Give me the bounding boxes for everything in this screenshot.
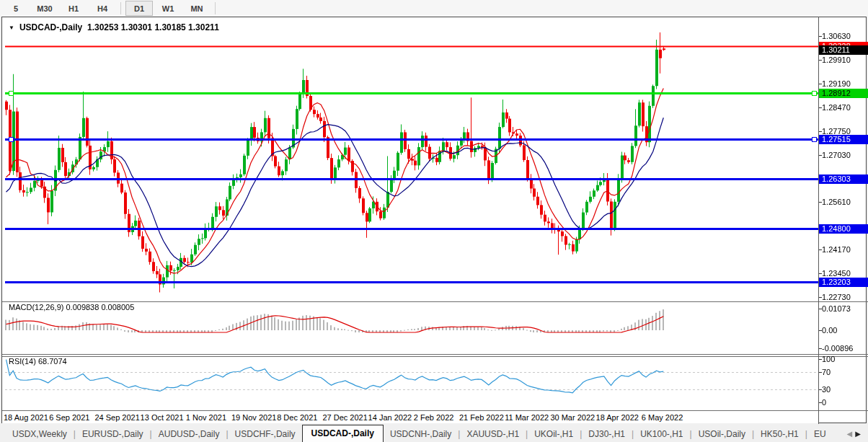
trading-terminal: 5M30H1H4D1W1MN ▼USDCAD-,Daily 1.30253 1.… bbox=[0, 0, 868, 442]
price-tick-label: 1.29190 bbox=[822, 79, 851, 88]
rsi-tick-mark bbox=[819, 389, 822, 390]
toolbar-separator bbox=[215, 2, 216, 14]
panel-separator-line bbox=[2, 356, 868, 357]
date-axis-label: 13 Oct 2021 bbox=[141, 413, 184, 422]
tab-usoil-daily[interactable]: USOil-,Daily bbox=[692, 427, 752, 442]
date-axis-label: 21 Feb 2022 bbox=[459, 413, 504, 422]
macd-axis-label: 0.00 bbox=[822, 326, 837, 335]
tab-audusd-daily[interactable]: AUDUSD-,Daily bbox=[152, 427, 226, 442]
date-axis-label: 27 Dec 2021 bbox=[322, 413, 367, 422]
date-axis-label: 11 Mar 2022 bbox=[505, 413, 549, 422]
macd-indicator-label: MACD(12,26,9) 0.009838 0.008005 bbox=[9, 303, 134, 311]
price-tick-label: 1.29910 bbox=[822, 56, 851, 64]
timeframe-button-m30[interactable]: M30 bbox=[31, 1, 58, 16]
date-axis-label: 30 Mar 2022 bbox=[550, 413, 595, 422]
chart-title: ▼USDCAD-,Daily 1.30253 1.30301 1.30185 1… bbox=[9, 22, 219, 32]
chart-dropdown-icon[interactable]: ▼ bbox=[9, 25, 14, 31]
macd-axis-label: 0.01073 bbox=[822, 304, 851, 313]
chart-symbol-label: USDCAD-,Daily bbox=[19, 22, 82, 32]
macd-tick-mark bbox=[819, 309, 822, 309]
chart-ohlc-values: 1.30253 1.30301 1.30185 1.30211 bbox=[87, 22, 219, 32]
price-tick-label: 1.28470 bbox=[822, 103, 851, 112]
timeframe-button-5[interactable]: 5 bbox=[2, 1, 30, 16]
rsi-tick-mark bbox=[819, 359, 822, 360]
price-tick-label: 1.22730 bbox=[822, 293, 851, 301]
rsi-tick-mark bbox=[819, 372, 822, 373]
date-axis-label: 6 Sep 2021 bbox=[49, 413, 89, 422]
tab-eurusd-daily[interactable]: EURUSD-,Daily bbox=[76, 427, 150, 442]
price-level-badge: 1.28912 bbox=[819, 89, 868, 98]
rsi-indicator-label: RSI(14) 68.7074 bbox=[9, 357, 67, 366]
tab-scroll-buttons: ◀▶ bbox=[847, 430, 864, 438]
date-axis-label: 24 Sep 2021 bbox=[94, 413, 139, 422]
price-level-badge: 1.27515 bbox=[819, 135, 868, 144]
toolbar-separator bbox=[120, 2, 121, 14]
tab-usdx-weekly[interactable]: USDX,Weekly bbox=[6, 427, 74, 442]
macd-tick-mark bbox=[819, 348, 822, 349]
tab-eu[interactable]: EU bbox=[807, 427, 833, 442]
date-axis-label: 18 Apr 2022 bbox=[596, 413, 639, 422]
date-axis: 18 Aug 20216 Sep 202124 Sep 202113 Oct 2… bbox=[2, 411, 818, 423]
date-axis-label: 18 Aug 2021 bbox=[4, 413, 48, 422]
price-tick-label: 1.30630 bbox=[822, 32, 851, 40]
rsi-axis-label: 30 bbox=[822, 385, 831, 394]
timeframe-button-h1[interactable]: H1 bbox=[60, 1, 87, 16]
axis-separator bbox=[818, 17, 819, 424]
panel-separator-line bbox=[2, 301, 868, 302]
macd-tick-mark bbox=[819, 330, 822, 331]
price-chart-canvas[interactable] bbox=[5, 21, 818, 411]
rsi-axis-label: 100 bbox=[822, 355, 835, 363]
price-tick-label: 1.25610 bbox=[822, 198, 851, 206]
price-tick-label: 1.23450 bbox=[822, 269, 851, 278]
timeframe-button-h4[interactable]: H4 bbox=[89, 1, 116, 16]
panel-separator-line bbox=[2, 354, 868, 355]
date-axis-label: 14 Jan 2022 bbox=[368, 413, 412, 422]
tab-scroll-right-icon[interactable]: ▶ bbox=[855, 430, 864, 438]
date-axis-label: 1 Nov 2021 bbox=[186, 413, 226, 422]
price-level-badge: 1.24800 bbox=[819, 224, 868, 234]
tab-scroll-left-icon[interactable]: ◀ bbox=[847, 430, 856, 438]
tab-usdchf-daily[interactable]: USDCHF-,Daily bbox=[229, 427, 302, 442]
timeframe-button-w1[interactable]: W1 bbox=[154, 1, 182, 16]
tab-uk100-h1[interactable]: UK100-,H1 bbox=[634, 427, 689, 442]
date-axis-label: 8 Dec 2021 bbox=[277, 413, 317, 422]
tab-xauusd-h1[interactable]: XAUUSD-,H1 bbox=[460, 427, 526, 442]
price-level-badge: 1.23203 bbox=[819, 278, 868, 287]
timeframe-button-mn[interactable]: MN bbox=[183, 1, 211, 16]
macd-axis-label: -0.00896 bbox=[822, 344, 853, 353]
date-axis-label: 19 Nov 2021 bbox=[231, 413, 276, 422]
rsi-axis-label: 70 bbox=[822, 368, 831, 376]
tab-usdcnh-daily[interactable]: USDCNH-,Daily bbox=[384, 427, 458, 442]
tab-ukoil-h1[interactable]: UKOil-,H1 bbox=[528, 427, 580, 442]
rsi-tick-mark bbox=[819, 402, 822, 403]
tab-usdcad-daily[interactable]: USDCAD-,Daily bbox=[302, 425, 384, 442]
rsi-axis-label: 0 bbox=[822, 398, 826, 407]
price-tick-label: 1.24170 bbox=[822, 245, 851, 254]
date-axis-label: 6 May 2022 bbox=[642, 413, 683, 422]
price-tick-label: 1.27030 bbox=[822, 151, 851, 159]
timeframe-toolbar: 5M30H1H4D1W1MN bbox=[0, 0, 868, 17]
tab-dj30-h1[interactable]: DJ30-,H1 bbox=[582, 427, 632, 442]
timeframe-button-d1[interactable]: D1 bbox=[125, 1, 153, 16]
price-level-badge: 1.30211 bbox=[819, 45, 868, 55]
price-level-badge: 1.26303 bbox=[819, 174, 868, 184]
date-axis-label: 2 Feb 2022 bbox=[414, 413, 454, 422]
tab-hk50-h1[interactable]: HK50-,H1 bbox=[754, 427, 805, 442]
symbol-tabbar: USDX,Weekly|EURUSD-,Daily|AUDUSD-,Daily|… bbox=[0, 424, 868, 442]
